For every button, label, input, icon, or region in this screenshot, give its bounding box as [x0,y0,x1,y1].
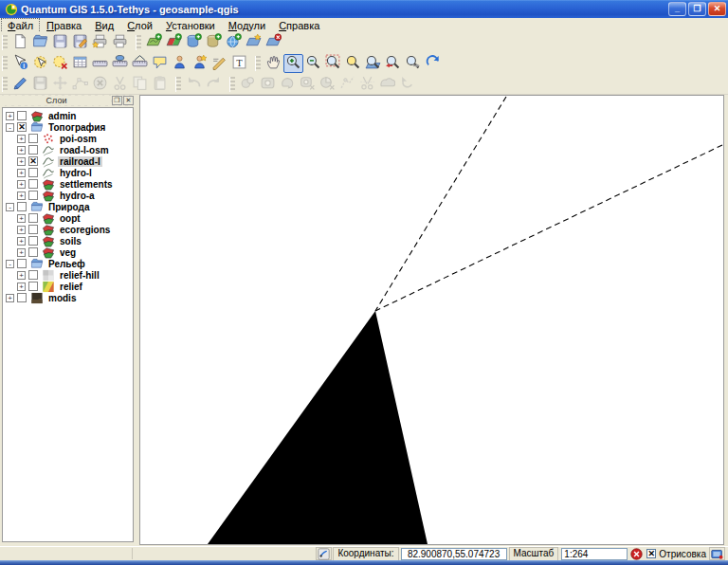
expander-icon[interactable]: + [6,112,14,120]
expander-icon[interactable]: + [17,226,26,234]
new-project-button[interactable] [10,33,30,52]
visibility-checkbox[interactable] [28,282,38,291]
layer-item-soils[interactable]: +soils [3,235,133,246]
select-features-button[interactable] [30,54,50,73]
visibility-checkbox[interactable] [28,225,38,234]
visibility-checkbox[interactable] [17,202,27,211]
expander-icon[interactable]: - [6,123,14,132]
toolbar-handle[interactable] [2,35,8,50]
add-vector-layer-button[interactable] [144,33,164,52]
expander-icon[interactable]: - [6,260,14,268]
expander-icon[interactable]: + [17,191,26,200]
toolbar-handle[interactable] [229,77,235,92]
print-button[interactable] [110,33,130,52]
minimize-button[interactable]: _ [668,2,686,16]
text-annotation-button[interactable]: T [229,54,249,73]
toggle-editing-button[interactable] [10,75,30,94]
visibility-checkbox[interactable]: ✕ [28,156,38,166]
expander-icon[interactable]: + [17,248,26,257]
open-attribute-table-button[interactable] [70,54,90,73]
add-wms-layer-button[interactable] [224,33,244,52]
layer-item-admin[interactable]: +admin [3,110,133,121]
measure-area-button[interactable] [110,54,130,73]
zoom-last-button[interactable] [383,54,403,73]
toolbar-handle[interactable] [2,56,8,71]
layers-panel-titlebar[interactable]: Слои ❐ ✕ [2,95,134,106]
open-project-button[interactable] [30,33,50,52]
expander-icon[interactable]: + [17,135,26,143]
layer-item-modis[interactable]: +modis [3,292,133,303]
layer-item-veg[interactable]: +veg [3,246,133,258]
close-button[interactable]: ✕ [708,2,726,16]
visibility-checkbox[interactable] [28,270,38,280]
measure-line-button[interactable] [90,54,110,73]
expander-icon[interactable]: + [17,146,26,155]
measure-angle-button[interactable] [130,54,150,73]
map-tips-button[interactable] [150,54,170,73]
expander-icon[interactable]: + [17,180,26,189]
toolbar-handle[interactable] [175,77,181,92]
expander-icon[interactable]: + [17,157,26,166]
layer-item-hydro-a[interactable]: +hydro-a [3,190,133,201]
layer-item-Рельеф[interactable]: -Рельеф [3,258,133,269]
expander-icon[interactable]: + [17,214,26,223]
layer-item-relief-hill[interactable]: +relief-hill [3,269,133,281]
zoom-to-selection-button[interactable] [343,54,363,73]
coordinates-input[interactable] [401,548,507,560]
stop-rendering-icon[interactable] [630,548,643,560]
crs-status-icon[interactable] [709,547,725,560]
toggle-extents-button[interactable] [316,547,332,560]
refresh-map-button[interactable] [423,54,443,73]
save-project-as-button[interactable] [70,33,90,52]
menu-7[interactable]: Справка [273,19,325,32]
add-raster-layer-button[interactable] [164,33,184,52]
toolbar-handle[interactable] [136,35,141,50]
layer-item-road-l-osm[interactable]: +road-l-osm [3,144,133,155]
visibility-checkbox[interactable] [28,213,38,223]
pan-map-button[interactable] [264,54,283,73]
layer-item-poi-osm[interactable]: +poi-osm [3,133,133,144]
layer-item-relief[interactable]: +relief [3,281,133,292]
visibility-checkbox[interactable]: ✕ [17,122,27,132]
deselect-features-button[interactable] [50,54,70,73]
zoom-next-button[interactable] [403,54,423,73]
expander-icon[interactable]: - [6,203,14,211]
visibility-checkbox[interactable] [28,168,38,177]
menu-2[interactable]: Правка [41,19,87,32]
zoom-full-button[interactable] [323,54,343,73]
visibility-checkbox[interactable] [28,134,38,143]
layer-item-oopt[interactable]: +oopt [3,212,133,224]
add-postgis-layer-button[interactable] [184,33,204,52]
new-bookmark-button[interactable] [190,54,209,73]
visibility-checkbox[interactable] [17,259,27,268]
layer-item-ecoregions[interactable]: +ecoregions [3,224,133,235]
visibility-checkbox[interactable] [17,111,27,120]
expander-icon[interactable]: + [17,271,26,280]
scale-input[interactable] [561,548,628,560]
visibility-checkbox[interactable] [17,293,27,302]
labeling-button[interactable] [209,54,229,73]
show-bookmarks-button[interactable] [170,54,190,73]
new-vector-layer-button[interactable] [244,33,264,52]
visibility-checkbox[interactable] [28,236,38,246]
expander-icon[interactable]: + [17,237,26,246]
map-canvas[interactable] [139,95,724,545]
add-spatialite-layer-button[interactable] [204,33,224,52]
menu-6[interactable]: Модули [223,19,271,32]
zoom-to-layer-button[interactable] [363,54,383,73]
layer-item-hydro-l[interactable]: +hydro-l [3,167,133,178]
new-print-composer-button[interactable] [90,33,110,52]
dock-float-button[interactable]: ❐ [112,96,122,105]
menu-5[interactable]: Установки [160,19,221,32]
layer-item-railroad-l[interactable]: +✕railroad-l [3,155,133,167]
zoom-out-button[interactable] [303,54,323,73]
expander-icon[interactable]: + [6,294,14,302]
visibility-checkbox[interactable] [28,179,38,189]
restore-button[interactable]: ❐ [688,2,706,16]
menu-3[interactable]: Вид [89,19,119,32]
layer-item-Топография[interactable]: -✕Топография [3,121,133,133]
toolbar-handle[interactable] [2,77,8,92]
layer-item-Природа[interactable]: -Природа [3,201,133,212]
save-project-button[interactable] [50,33,70,52]
visibility-checkbox[interactable] [28,145,38,155]
